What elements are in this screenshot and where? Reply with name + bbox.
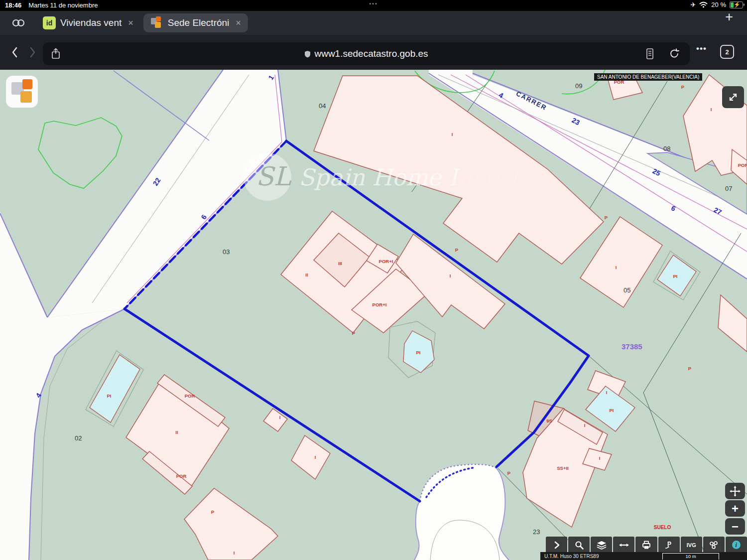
suelo-label: SUELO [654, 525, 671, 530]
chevron-right-icon [553, 541, 560, 549]
pan-button[interactable] [725, 483, 745, 499]
svg-text:I: I [450, 273, 451, 279]
svg-text:I: I [606, 390, 608, 395]
svg-text:09: 09 [575, 82, 582, 90]
svg-text:05: 05 [623, 286, 630, 294]
point-report-icon: P [664, 541, 674, 550]
print-icon [642, 541, 651, 550]
svg-text:I: I [234, 550, 235, 556]
back-button[interactable] [7, 45, 22, 60]
svg-text:P: P [605, 215, 608, 220]
search-icon [575, 541, 584, 550]
reader-icon[interactable] [645, 48, 654, 60]
zoom-in-button[interactable]: + [725, 500, 745, 517]
svg-text:PI: PI [610, 408, 614, 413]
measure-button[interactable] [613, 537, 634, 553]
scale-bar: 10 m [662, 553, 719, 560]
airplane-icon: ✈ [690, 1, 696, 8]
status-bar: 18:46 Martes 11 de noviembre ••• ✈ 20 % … [0, 0, 747, 11]
svg-text:08: 08 [663, 145, 670, 152]
zoom-out-button[interactable]: − [725, 518, 745, 535]
svg-text:03: 03 [223, 248, 230, 256]
utm-label: U.T.M. Huso 30 ETRS89 [544, 554, 599, 559]
info-icon: i [732, 540, 741, 550]
svg-text:P: P [455, 247, 459, 253]
tabs-overview-button[interactable]: 2 [720, 45, 734, 59]
svg-text:I: I [315, 454, 316, 460]
svg-text:PI: PI [673, 274, 678, 279]
svg-text:I: I [279, 415, 281, 420]
svg-text:POR+I: POR+I [373, 302, 387, 307]
catastro-favicon [150, 16, 163, 29]
expand-icon [728, 92, 739, 103]
tab-bar: id Viviendas vent × Sede Electróni × [0, 11, 747, 35]
svg-text:POR: POR [176, 473, 187, 479]
svg-text:PI: PI [416, 350, 421, 355]
print-button[interactable] [635, 537, 657, 553]
tab-label: Sede Electróni [168, 17, 230, 28]
svg-text:P: P [681, 84, 685, 90]
svg-text:04: 04 [319, 102, 326, 110]
idealista-favicon: id [43, 16, 56, 29]
tab-label: Viviendas vent [60, 17, 122, 28]
address-bar: www1.sedecatastro.gob.es ••• 2 [0, 35, 747, 70]
ivg-button[interactable]: IVG [681, 537, 702, 553]
svg-text:POR: POR [738, 162, 747, 168]
svg-text:Spain Home Invest: Spain Home Invest [299, 164, 522, 191]
svg-text:07: 07 [725, 185, 732, 192]
ipad-screen: 18:46 Martes 11 de noviembre ••• ✈ 20 % … [0, 0, 747, 560]
svg-text:I: I [616, 265, 617, 270]
svg-text:POR: POR [185, 393, 195, 399]
measure-icon [619, 542, 629, 548]
battery-charging-icon: ⚡ [730, 1, 743, 8]
map-status-bar: U.T.M. Huso 30 ETRS89 10 m [540, 552, 747, 560]
svg-text:23: 23 [533, 528, 540, 536]
collapse-panel-button[interactable] [546, 537, 567, 553]
search-button[interactable] [568, 537, 590, 553]
url-text: www1.sedecatastro.gob.es [314, 48, 428, 59]
point-report-button[interactable]: P [658, 537, 680, 553]
reload-icon[interactable] [669, 48, 680, 60]
fullscreen-button[interactable] [722, 86, 744, 108]
svg-text:P: P [507, 470, 511, 476]
pan-icon [730, 486, 741, 497]
multitask-handle[interactable]: ••• [0, 0, 747, 6]
municipality-label: SAN ANTONIO DE BENAGEBER(VALENCIA) [594, 73, 702, 81]
forward-button[interactable] [25, 45, 40, 60]
parcel-reference: 37385 [622, 342, 642, 351]
svg-text:P: P [211, 509, 215, 515]
svg-text:II: II [175, 429, 178, 435]
site-shield-icon [304, 50, 311, 58]
svg-text:SS+II: SS+II [557, 465, 569, 471]
battery-percent: 20 % [711, 1, 726, 8]
tab-sede-electronica[interactable]: Sede Electróni × [143, 13, 248, 32]
svg-text:P: P [352, 330, 356, 336]
svg-text:I: I [711, 107, 712, 112]
page-menu-button[interactable]: ••• [696, 44, 707, 54]
svg-text:P: P [688, 366, 692, 371]
layers-button[interactable] [591, 537, 612, 553]
svg-text:I: I [599, 455, 601, 461]
svg-text:II: II [305, 272, 308, 278]
cluster-icon [709, 541, 719, 550]
layers-icon [597, 541, 607, 550]
tab-groups-icon[interactable] [10, 17, 27, 28]
svg-text:I: I [452, 132, 453, 137]
svg-text:PI: PI [107, 393, 112, 399]
close-tab-icon[interactable]: × [128, 18, 133, 28]
close-tab-icon[interactable]: × [236, 18, 241, 28]
svg-text:SL: SL [256, 161, 292, 191]
catastro-logo[interactable] [6, 76, 38, 108]
svg-text:III: III [338, 261, 342, 266]
info-button[interactable]: i [726, 537, 747, 553]
url-field[interactable]: www1.sedecatastro.gob.es [43, 42, 690, 65]
cluster-button[interactable] [703, 537, 725, 553]
svg-text:02: 02 [75, 434, 82, 442]
map-canvas[interactable]: SL Spain Home Invest 04 09 08 07 03 02 0… [0, 70, 747, 560]
wifi-icon [699, 1, 708, 8]
svg-text:9S: 9S [546, 418, 552, 423]
tab-viviendas[interactable]: id Viviendas vent × [36, 13, 140, 32]
cadastral-map: SL Spain Home Invest 04 09 08 07 03 02 0… [0, 70, 747, 560]
svg-text:I: I [584, 422, 586, 428]
svg-text:POR+I: POR+I [379, 259, 393, 264]
